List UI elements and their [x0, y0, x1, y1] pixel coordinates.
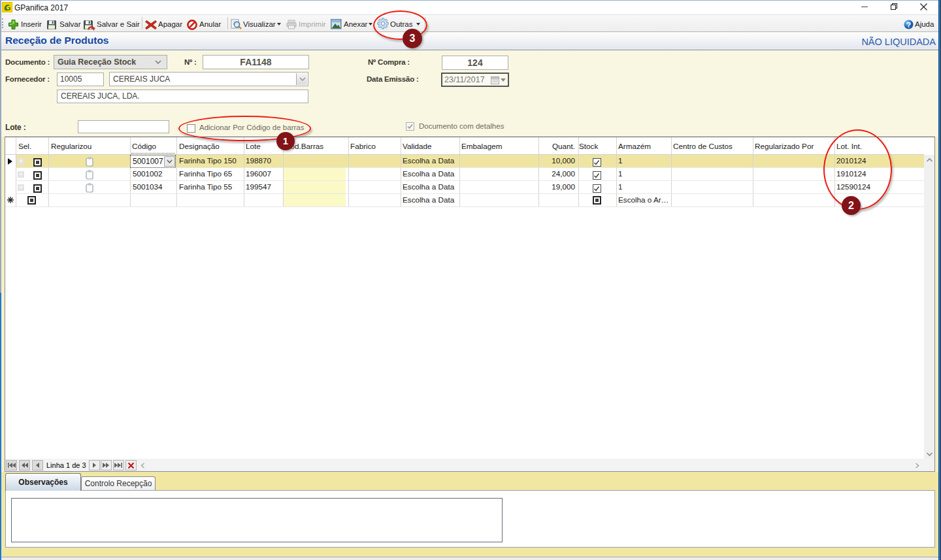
- svg-text:?: ?: [906, 21, 911, 29]
